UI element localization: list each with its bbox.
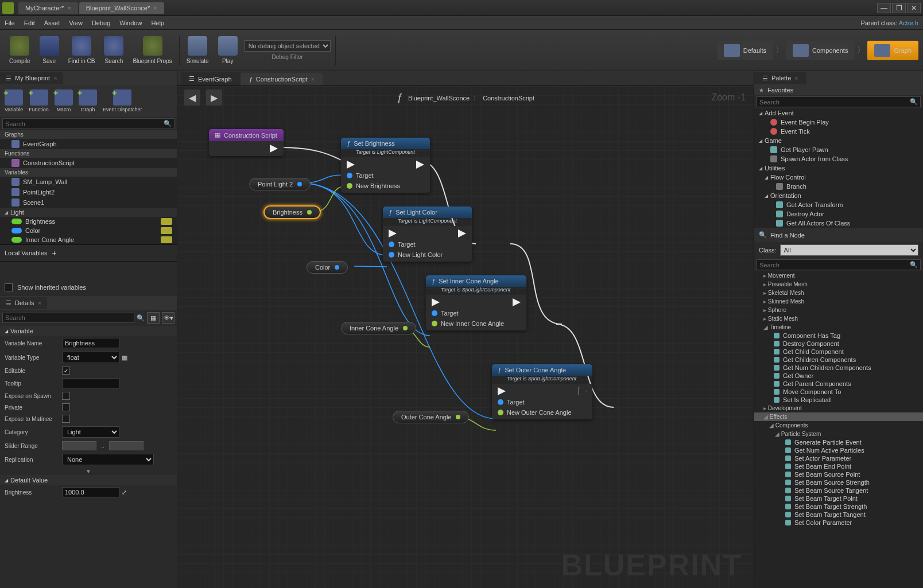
my-blueprint-search[interactable]: 🔍 (2, 118, 174, 129)
menu-asset[interactable]: Asset (44, 20, 60, 26)
slider-min[interactable] (62, 441, 96, 450)
add-local-var-button[interactable]: + (52, 248, 56, 258)
node-set-brightness[interactable]: ƒSet Brightness Target is LightComponent… (341, 138, 430, 193)
node-list-item[interactable]: Destroy Component (754, 340, 923, 348)
node-category[interactable]: Sphere (754, 306, 923, 314)
var-pill-pointlight[interactable]: Point Light 2 (249, 178, 311, 190)
menu-window[interactable]: Window (119, 20, 142, 26)
palette-item[interactable]: Event Begin Play (754, 118, 923, 127)
default-value-input[interactable] (62, 487, 119, 497)
expand-icon[interactable]: ⤢ (122, 489, 127, 496)
palette-item[interactable]: Branch (754, 182, 923, 191)
node-category[interactable]: Static Mesh (754, 314, 923, 323)
palette-item[interactable]: Spawn Actor from Class (754, 154, 923, 163)
eye-icon[interactable] (161, 227, 172, 234)
tooltip-input[interactable] (62, 378, 119, 388)
exec-pin-icon[interactable] (416, 161, 424, 169)
var-pill-color[interactable]: Color (307, 261, 348, 274)
eye-options-button[interactable]: 👁▾ (162, 312, 174, 324)
target-pin-icon[interactable] (498, 399, 503, 405)
grid-button[interactable]: ▦ (122, 354, 127, 361)
details-search[interactable] (2, 313, 134, 323)
exec-pin-icon[interactable] (458, 229, 466, 237)
close-button[interactable]: ✕ (907, 3, 921, 13)
var-pill-inner[interactable]: Inner Cone Angle (341, 322, 416, 334)
restore-button[interactable]: ❐ (892, 3, 906, 13)
nav-forward-button[interactable]: ▶ (206, 89, 222, 106)
play-button[interactable]: Play (214, 34, 242, 67)
value-pin-icon[interactable] (347, 183, 352, 189)
node-category[interactable]: Skinned Mesh (754, 297, 923, 306)
light-category[interactable]: Light (0, 208, 177, 217)
menu-debug[interactable]: Debug (92, 20, 110, 26)
variable-section-header[interactable]: Variable (0, 326, 177, 336)
node-list-item[interactable]: Set Beam Target Strength (754, 503, 923, 511)
palette-item[interactable]: Get All Actors Of Class (754, 219, 923, 228)
node-list-item[interactable]: Set Beam Target Point (754, 494, 923, 503)
menu-file[interactable]: File (5, 20, 15, 26)
node-list-item[interactable]: Set Beam Target Tangent (754, 511, 923, 519)
constructionscript-item[interactable]: ConstructionScript (0, 158, 177, 168)
palette-cat-addevent[interactable]: Add Event (754, 108, 923, 118)
node-list-item[interactable]: Set Beam Source Strength (754, 478, 923, 486)
variable-item-inner[interactable]: Inner Cone Angle (0, 235, 177, 244)
node-category[interactable]: Movement (754, 271, 923, 280)
node-set-outer-cone[interactable]: ƒSet Outer Cone Angle Target is SpotLigh… (492, 364, 592, 419)
node-list-item[interactable]: Set Beam End Point (754, 462, 923, 470)
node-list[interactable]: Movement Poseable Mesh Skeletal Mesh Ski… (754, 271, 923, 588)
node-category[interactable]: Development (754, 404, 923, 412)
node-list-item[interactable]: Get Children Components (754, 356, 923, 364)
float-pin-icon[interactable] (456, 415, 460, 419)
object-pin-icon[interactable] (297, 182, 302, 186)
add-macro-button[interactable]: Macro (52, 88, 75, 114)
palette-cat-game[interactable]: Game (754, 136, 923, 145)
expand-toggle[interactable]: ▼ (0, 467, 177, 475)
node-list-item[interactable]: Set Beam Source Point (754, 470, 923, 478)
value-pin-icon[interactable] (432, 321, 437, 326)
graph-mode-button[interactable]: Graph (867, 41, 918, 60)
palette-search[interactable]: 🔍 (757, 96, 921, 107)
node-category[interactable]: Skeletal Mesh (754, 289, 923, 297)
close-icon[interactable]: × (311, 76, 315, 83)
simulate-button[interactable]: Simulate (182, 34, 214, 67)
node-list-item[interactable]: Get Parent Components (754, 380, 923, 388)
replication-select[interactable]: None (62, 454, 154, 465)
node-list-item[interactable]: Set Is Replicated (754, 396, 923, 404)
menu-help[interactable]: Help (151, 20, 164, 26)
palette-tab[interactable]: ☰Palette× (754, 71, 923, 85)
variable-item[interactable]: SM_Lamp_Wall (0, 177, 177, 187)
node-set-light-color[interactable]: ƒSet Light Color Target is LightComponen… (383, 207, 472, 262)
exec-pin-icon[interactable] (432, 298, 440, 306)
variable-item-color[interactable]: Color (0, 226, 177, 235)
my-blueprint-tab[interactable]: ☰My Blueprint× (0, 71, 177, 85)
file-tab-mycharacter[interactable]: MyCharacter*× (18, 2, 78, 14)
eventgraph-item[interactable]: EventGraph (0, 139, 177, 149)
eye-icon[interactable] (161, 218, 172, 225)
add-function-button[interactable]: Function (26, 88, 51, 114)
node-list-item[interactable]: Move Component To (754, 388, 923, 396)
node-construction-script[interactable]: ▦Construction Script (209, 129, 284, 156)
node-list-item[interactable]: Component Has Tag (754, 332, 923, 340)
close-icon[interactable]: × (794, 75, 798, 81)
target-pin-icon[interactable] (389, 242, 394, 247)
value-pin-icon[interactable] (389, 252, 394, 258)
add-variable-button[interactable]: Variable (2, 88, 25, 114)
breadcrumb-blueprint[interactable]: Blueprint_WallSconce (408, 95, 470, 102)
close-icon[interactable]: × (153, 5, 157, 11)
add-graph-button[interactable]: Graph (76, 88, 99, 114)
debug-object-select[interactable]: No debug object selected (245, 40, 331, 52)
menu-view[interactable]: View (69, 20, 83, 26)
search-button[interactable]: Search (99, 34, 128, 67)
blueprint-props-button[interactable]: Blueprint Props (128, 34, 176, 67)
menu-edit[interactable]: Edit (24, 20, 35, 26)
eye-icon[interactable] (161, 236, 172, 243)
node-list-item[interactable]: Set Beam Source Tangent (754, 486, 923, 494)
variable-type-select[interactable]: float (62, 352, 119, 363)
value-pin-icon[interactable] (498, 410, 503, 415)
float-pin-icon[interactable] (403, 326, 408, 330)
breadcrumb-script[interactable]: ConstructionScript (483, 95, 534, 102)
palette-cat-orientation[interactable]: Orientation (754, 191, 923, 200)
grid-view-button[interactable]: ▦ (147, 312, 160, 324)
node-list-item[interactable]: Get Child Component (754, 348, 923, 356)
expose-matinee-checkbox[interactable] (62, 415, 70, 423)
